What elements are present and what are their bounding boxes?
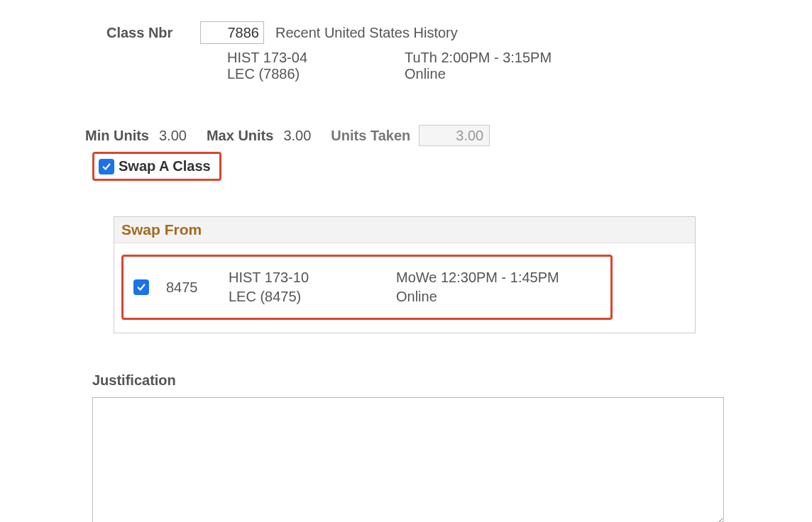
- max-units-value: 3.00: [283, 128, 311, 144]
- swap-course-code: HIST 173-10: [229, 268, 396, 287]
- course-code: HIST 173-04: [227, 50, 405, 66]
- swap-entry-schedule: MoWe 12:30PM - 1:45PM Online: [396, 268, 559, 306]
- swap-course-section: LEC (8475): [229, 287, 396, 306]
- swap-schedule-location: Online: [396, 287, 559, 306]
- max-units-label: Max Units: [207, 128, 273, 144]
- swap-from-body: 8475 HIST 173-10 LEC (8475) MoWe 12:30PM…: [114, 243, 695, 333]
- justification-textarea[interactable]: [92, 397, 724, 522]
- course-info: HIST 173-04 LEC (7886): [227, 50, 405, 82]
- class-nbr-row: Class Nbr Recent United States History: [106, 21, 798, 44]
- course-schedule: TuTh 2:00PM - 3:15PM: [405, 50, 603, 66]
- justification-section: Justification: [92, 372, 798, 522]
- class-title: Recent United States History: [275, 25, 458, 41]
- justification-label: Justification: [92, 372, 798, 389]
- swap-from-heading: Swap From: [114, 217, 695, 243]
- course-section: LEC (7886): [227, 66, 405, 82]
- class-nbr-label: Class Nbr: [106, 25, 200, 41]
- course-location: Online: [405, 66, 603, 82]
- swap-a-class-toggle[interactable]: Swap A Class: [92, 152, 221, 181]
- swap-from-entry[interactable]: 8475 HIST 173-10 LEC (8475) MoWe 12:30PM…: [121, 255, 613, 320]
- units-taken-label: Units Taken: [331, 128, 410, 144]
- class-detail-row: HIST 173-04 LEC (7886) TuTh 2:00PM - 3:1…: [227, 50, 798, 82]
- swap-entry-course: HIST 173-10 LEC (8475): [229, 268, 396, 306]
- swap-entry-nbr: 8475: [166, 279, 229, 296]
- checkbox-checked-icon: [133, 279, 149, 295]
- schedule-info: TuTh 2:00PM - 3:15PM Online: [405, 50, 603, 82]
- swap-schedule-time: MoWe 12:30PM - 1:45PM: [396, 268, 559, 287]
- units-row: Min Units 3.00 Max Units 3.00 Units Take…: [85, 125, 798, 146]
- checkbox-checked-icon: [99, 159, 114, 174]
- min-units-value: 3.00: [159, 128, 187, 144]
- swap-from-panel: Swap From 8475 HIST 173-10 LEC (8475) Mo…: [114, 216, 696, 333]
- swap-a-class-label: Swap A Class: [119, 158, 211, 174]
- units-taken-input[interactable]: [419, 125, 490, 146]
- class-nbr-input[interactable]: [200, 21, 264, 44]
- min-units-label: Min Units: [85, 128, 149, 144]
